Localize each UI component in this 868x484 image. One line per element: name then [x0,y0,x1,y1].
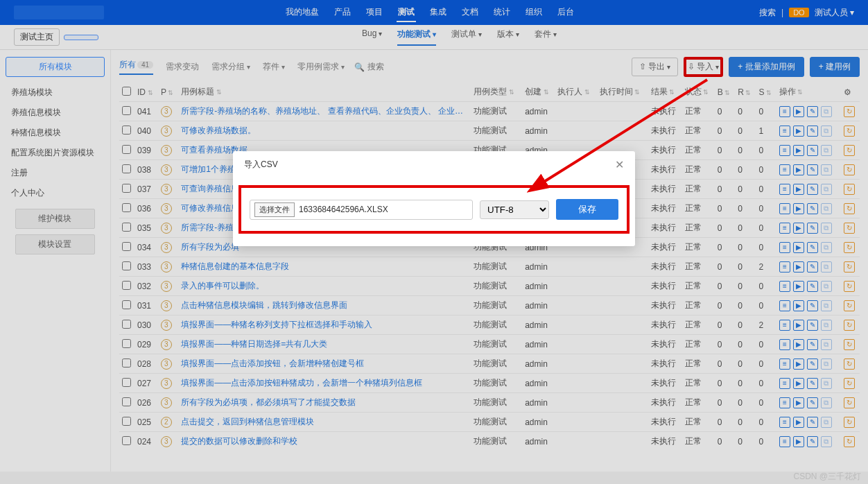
encoding-select[interactable]: UTF-8 [480,200,549,219]
watermark: CSDN @三千花灯 [793,471,861,483]
filename-text: 1633684642596A.XLSX [299,205,388,214]
choose-file-button[interactable]: 选择文件 [254,202,295,217]
file-input[interactable]: 选择文件 1633684642596A.XLSX [250,200,473,220]
save-button[interactable]: 保存 [556,199,618,220]
close-icon[interactable]: ✕ [615,158,624,171]
modal-overlay: 导入CSV ✕ 选择文件 1633684642596A.XLSX UTF-8 保… [0,0,868,484]
import-csv-modal: 导入CSV ✕ 选择文件 1633684642596A.XLSX UTF-8 保… [233,151,635,246]
modal-title: 导入CSV [244,159,278,171]
